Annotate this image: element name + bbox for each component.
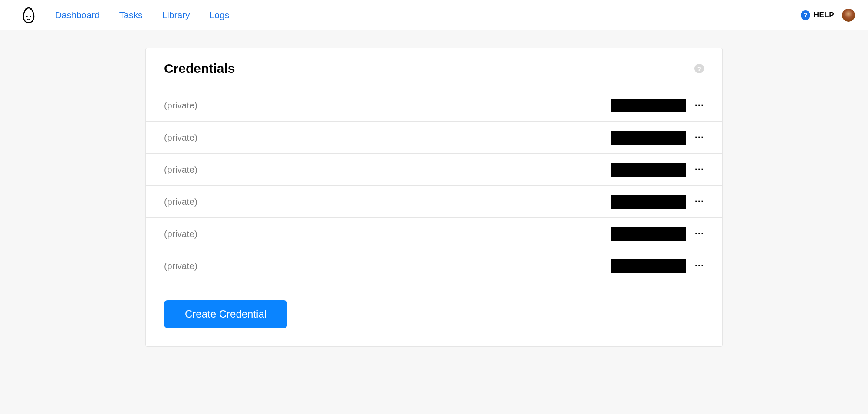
card-footer: Create Credential: [146, 282, 722, 346]
credential-name: (private): [164, 132, 197, 143]
app-logo[interactable]: [22, 7, 36, 24]
app-header: Dashboard Tasks Library Logs ? HELP: [0, 0, 868, 30]
help-icon: ?: [801, 10, 810, 20]
svg-point-2: [25, 8, 27, 10]
header-right: ? HELP: [801, 9, 855, 22]
row-right: ···: [611, 227, 704, 241]
nav-link-library[interactable]: Library: [162, 10, 190, 20]
row-right: ···: [611, 131, 704, 145]
credential-value-redacted: [611, 163, 686, 177]
credential-name: (private): [164, 100, 197, 111]
card-header: Credentials ?: [146, 48, 722, 89]
credential-name: (private): [164, 261, 197, 271]
more-menu-icon[interactable]: ···: [695, 165, 704, 174]
credentials-card: Credentials ? (private) ··· (private) ··…: [145, 48, 723, 347]
credential-row: (private) ···: [146, 186, 722, 218]
credential-value-redacted: [611, 195, 686, 209]
credential-value-redacted: [611, 131, 686, 145]
help-button[interactable]: ? HELP: [801, 10, 834, 20]
credential-name: (private): [164, 164, 197, 175]
nav-link-tasks[interactable]: Tasks: [119, 10, 143, 20]
nav-link-dashboard[interactable]: Dashboard: [55, 10, 100, 20]
credential-name: (private): [164, 229, 197, 239]
page-title: Credentials: [164, 61, 235, 76]
nav-link-logs[interactable]: Logs: [210, 10, 230, 20]
credential-value-redacted: [611, 227, 686, 241]
more-menu-icon[interactable]: ···: [695, 261, 704, 271]
credential-row: (private) ···: [146, 89, 722, 122]
main-content: Credentials ? (private) ··· (private) ··…: [0, 30, 868, 347]
create-credential-button[interactable]: Create Credential: [164, 300, 287, 328]
svg-point-3: [30, 8, 32, 10]
more-menu-icon[interactable]: ···: [695, 229, 704, 239]
more-menu-icon[interactable]: ···: [695, 101, 704, 110]
credential-value-redacted: [611, 259, 686, 273]
credential-row: (private) ···: [146, 250, 722, 282]
nav-links: Dashboard Tasks Library Logs: [55, 10, 229, 20]
svg-point-0: [26, 16, 28, 17]
more-menu-icon[interactable]: ···: [695, 197, 704, 207]
avatar[interactable]: [842, 9, 855, 22]
credential-name: (private): [164, 197, 197, 207]
row-right: ···: [611, 99, 704, 112]
credential-row: (private) ···: [146, 122, 722, 154]
more-menu-icon[interactable]: ···: [695, 133, 704, 142]
row-right: ···: [611, 259, 704, 273]
credential-row: (private) ···: [146, 154, 722, 186]
row-right: ···: [611, 163, 704, 177]
help-label: HELP: [814, 11, 834, 20]
credential-value-redacted: [611, 99, 686, 112]
svg-point-1: [30, 16, 31, 17]
credential-row: (private) ···: [146, 218, 722, 250]
row-right: ···: [611, 195, 704, 209]
info-icon[interactable]: ?: [694, 64, 704, 73]
header-left: Dashboard Tasks Library Logs: [22, 7, 229, 24]
